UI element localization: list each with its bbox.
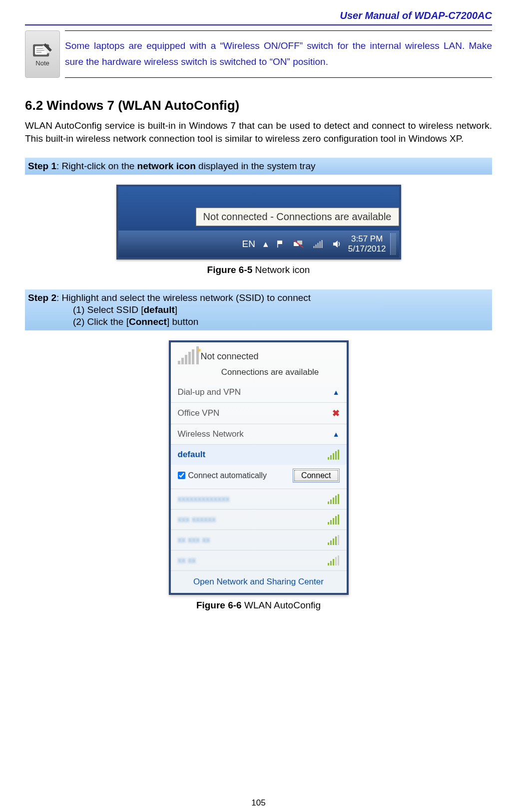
step2-bar: Step 2: Highlight and select the wireles… (25, 289, 492, 330)
figure-6-5: Not connected - Connections are availabl… (25, 185, 492, 275)
dialup-category[interactable]: Dial-up and VPN ▲ (171, 382, 347, 403)
network-tooltip: Not connected - Connections are availabl… (196, 208, 399, 226)
step2-sub2-a: (2) Click the [ (73, 316, 129, 327)
taskbar: EN ▴ 3:57 PM 5/17/2012 (118, 231, 399, 258)
step1-bar: Step 1: Right-click on the network icon … (25, 158, 492, 175)
step1-text-b: displayed in the system tray (196, 161, 316, 171)
tray-time: 3:57 PM (348, 234, 386, 244)
signal-icon (328, 535, 340, 545)
signal-icon (328, 555, 340, 565)
page-number: 105 (0, 798, 517, 808)
figure-6-6-caption-bold: Figure 6-6 (196, 600, 242, 610)
list-item[interactable]: xxx xxxxxx (171, 510, 347, 530)
step2-text-a: : Highlight and select the wireless netw… (56, 292, 311, 303)
step1-bold: network icon (137, 161, 196, 171)
wlan-not-connected-row: ✶ Not connected Connections are availabl… (171, 342, 347, 382)
step2-sub1-a: (1) Select SSID [ (73, 304, 144, 315)
svg-rect-8 (277, 241, 278, 248)
figure-6-6: ✶ Not connected Connections are availabl… (25, 340, 492, 611)
connect-row: Connect automatically Connect (171, 465, 347, 489)
figure-6-6-caption: Figure 6-6 WLAN AutoConfig (25, 600, 492, 611)
wireless-category[interactable]: Wireless Network ▲ (171, 424, 347, 445)
blurred-ssid-2: xxx xxxxxx (178, 515, 216, 524)
show-desktop-button[interactable] (390, 233, 396, 255)
figure-6-6-caption-rest: WLAN AutoConfig (242, 600, 321, 610)
header-rule (25, 24, 492, 25)
taskbar-screenshot: Not connected - Connections are availabl… (116, 185, 401, 260)
open-network-center-link[interactable]: Open Network and Sharing Center (171, 570, 347, 593)
office-vpn-label: Office VPN (178, 408, 220, 418)
list-item[interactable]: xxxxxxxxxxxxx (171, 489, 347, 510)
not-connected-label: Not connected (201, 351, 259, 362)
section-intro: WLAN AutoConfig service is built-in in W… (25, 119, 492, 146)
note-text: Some laptops are equipped with a “Wirele… (65, 30, 492, 78)
tray-clock[interactable]: 3:57 PM 5/17/2012 (348, 234, 386, 254)
connect-auto-checkbox-input[interactable] (178, 472, 185, 479)
step2-prefix: Step 2 (28, 292, 56, 303)
step2-sub1-b: ] (175, 304, 177, 315)
wlan-popup: ✶ Not connected Connections are availabl… (169, 340, 349, 595)
page-header-title: User Manual of WDAP-C7200AC (25, 10, 492, 24)
note-icon-label: Note (35, 59, 49, 67)
connect-auto-checkbox[interactable]: Connect automatically (178, 471, 267, 480)
blurred-ssid-3: xx xxx xx (178, 536, 210, 544)
step1-text-a: : Right-click on the (56, 161, 137, 171)
close-icon: ✖ (332, 408, 340, 419)
connect-auto-label: Connect automatically (188, 471, 267, 480)
tray-arrow-icon[interactable]: ▴ (263, 238, 268, 250)
list-item[interactable]: xx xxx xx (171, 530, 347, 550)
connect-button[interactable]: Connect (293, 469, 340, 483)
section-heading: 6.2 Windows 7 (WLAN AutoConfig) (25, 98, 492, 113)
step2-sub2-bold: Connect (129, 316, 167, 327)
tray-date: 5/17/2012 (348, 244, 386, 254)
blurred-ssid-4: xx xx (178, 556, 196, 565)
step2-sub1-bold: default (144, 304, 175, 315)
signal-icon (328, 450, 340, 460)
step2-sub1: (1) Select SSID [default] (28, 304, 489, 315)
signal-tray-icon[interactable] (312, 239, 324, 249)
figure-6-5-caption: Figure 6-5 Network icon (25, 265, 492, 275)
pencil-note-icon (31, 41, 54, 58)
signal-icon (328, 515, 340, 525)
svg-marker-12 (333, 241, 338, 248)
office-vpn-item[interactable]: Office VPN ✖ (171, 403, 347, 424)
list-item[interactable]: xx xx (171, 550, 347, 570)
step2-sub2: (2) Click the [Connect] button (28, 316, 489, 327)
blurred-ssid-1: xxxxxxxxxxxxx (178, 495, 230, 504)
signal-icon (328, 494, 340, 504)
network-icon[interactable] (293, 240, 304, 249)
ssid-default-item[interactable]: default (171, 445, 347, 465)
chevron-up-icon: ▲ (333, 388, 340, 396)
figure-6-5-caption-bold: Figure 6-5 (207, 265, 253, 275)
flag-icon[interactable] (276, 240, 285, 249)
big-signal-icon: ✶ (178, 349, 196, 364)
ssid-default-label: default (178, 450, 206, 460)
dialup-label: Dial-up and VPN (178, 387, 241, 397)
connections-available-label: Connections are available (178, 364, 340, 380)
note-icon: Note (25, 30, 60, 78)
step2-sub2-b: ] button (167, 316, 198, 327)
note-callout: Note Some laptops are equipped with a “W… (25, 30, 492, 78)
volume-icon[interactable] (332, 240, 341, 249)
step1-prefix: Step 1 (28, 161, 56, 171)
figure-6-5-caption-rest: Network icon (252, 265, 310, 275)
chevron-up-icon: ▲ (333, 430, 340, 438)
wireless-category-label: Wireless Network (178, 429, 244, 439)
lang-indicator[interactable]: EN (242, 239, 255, 250)
